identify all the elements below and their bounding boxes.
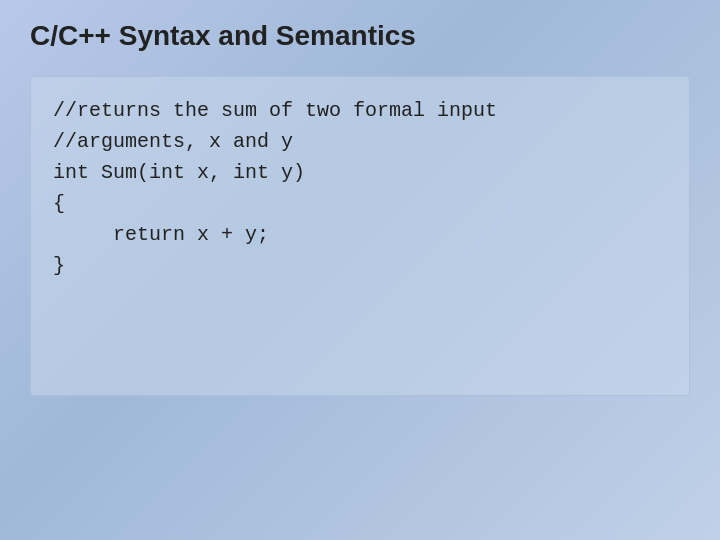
- code-box: //returns the sum of two formal input //…: [30, 76, 690, 396]
- slide-title: C/C++ Syntax and Semantics: [30, 20, 690, 58]
- code-content: //returns the sum of two formal input //…: [53, 95, 667, 281]
